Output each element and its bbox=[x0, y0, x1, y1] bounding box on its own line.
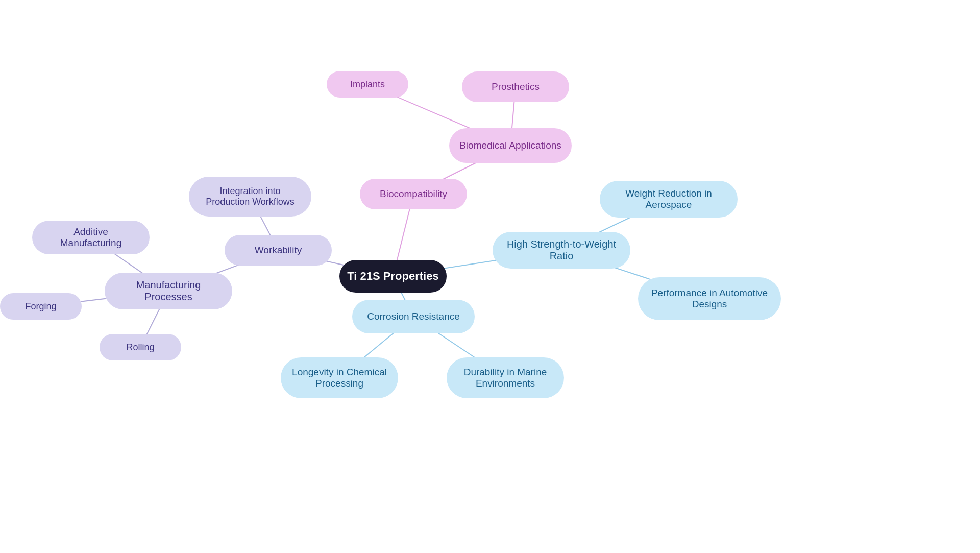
forging-node[interactable]: Forging bbox=[0, 293, 82, 320]
rolling-node[interactable]: Rolling bbox=[100, 334, 181, 360]
additive-manufacturing-node[interactable]: Additive Manufacturing bbox=[32, 221, 150, 254]
prosthetics-node[interactable]: Prosthetics bbox=[462, 71, 569, 102]
workability-node[interactable]: Workability bbox=[225, 235, 332, 266]
longevity-node[interactable]: Longevity in Chemical Processing bbox=[281, 357, 398, 398]
implants-node[interactable]: Implants bbox=[327, 71, 408, 98]
corrosion-resistance-node[interactable]: Corrosion Resistance bbox=[352, 300, 475, 333]
strength-weight-ratio-node[interactable]: High Strength-to-Weight Ratio bbox=[493, 232, 630, 269]
manufacturing-processes-node[interactable]: Manufacturing Processes bbox=[105, 273, 232, 309]
integration-node[interactable]: Integration into Production Workflows bbox=[189, 177, 311, 217]
performance-automotive-node[interactable]: Performance in Automotive Designs bbox=[638, 277, 781, 320]
biocompatibility-node[interactable]: Biocompatibility bbox=[360, 179, 467, 209]
center-node[interactable]: Ti 21S Properties bbox=[339, 260, 447, 293]
weight-reduction-aerospace-node[interactable]: Weight Reduction in Aerospace bbox=[600, 181, 738, 218]
biomedical-applications-node[interactable]: Biomedical Applications bbox=[449, 128, 572, 163]
durability-node[interactable]: Durability in Marine Environments bbox=[447, 357, 564, 398]
